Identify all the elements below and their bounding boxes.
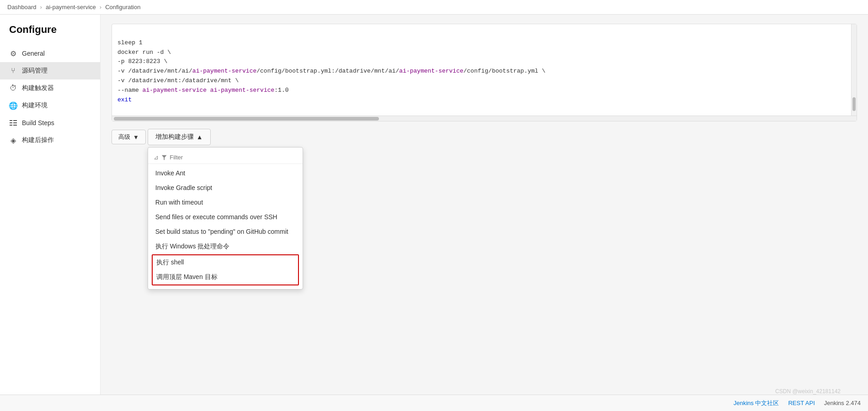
breadcrumb-dashboard[interactable]: Dashboard [7,4,37,11]
post-icon: ◈ [9,136,17,144]
highlighted-items-box: 执行 shell 调用顶层 Maven 目标 [152,254,299,285]
advanced-label: 高级 [118,133,130,141]
dropdown-menu: ⊿ Invoke Ant Invoke Gradle script Run wi… [148,147,303,290]
footer-bar: Jenkins 中文社区 REST API Jenkins 2.474 [0,395,868,411]
breadcrumb-config: Configuration [105,4,140,11]
svg-rect-0 [10,120,12,121]
breadcrumb: Dashboard › ai-payment-service › Configu… [0,0,868,15]
add-build-step-button[interactable]: 增加构建步骤 ▲ [148,129,211,145]
sidebar-item-label: Build Steps [22,119,54,126]
vert-thumb[interactable] [852,97,856,111]
rest-api-link[interactable]: REST API [788,400,815,406]
sidebar-item-label: 构建环境 [22,101,48,110]
sidebar-item-env[interactable]: 🌐 构建环境 [0,97,100,114]
sidebar: Configure ⚙ General ⑂ 源码管理 ⏱ 构建触发器 🌐 构建环… [0,15,101,409]
chevron-down-icon: ▼ [133,134,139,141]
breadcrumb-sep-1: › [40,4,42,11]
horizontal-scrollbar[interactable] [112,116,857,121]
dropdown-item-windows-batch[interactable]: 执行 Windows 批处理命令 [148,239,303,254]
svg-rect-1 [10,122,12,123]
sidebar-item-buildsteps[interactable]: Build Steps [0,114,100,132]
dropdown-filter: ⊿ [148,151,303,164]
sidebar-title: Configure [0,24,100,45]
funnel-icon [161,154,167,161]
dropdown-item-github-status[interactable]: Set build status to "pending" on GitHub … [148,224,303,239]
gear-icon: ⚙ [9,49,17,58]
svg-rect-5 [13,125,17,126]
breadcrumb-service[interactable]: ai-payment-service [46,4,96,11]
jenkins-community-link[interactable]: Jenkins 中文社区 [734,399,779,407]
dropdown-item-gradle[interactable]: Invoke Gradle script [148,180,303,195]
chevron-up-icon: ▲ [197,133,203,141]
sidebar-item-source[interactable]: ⑂ 源码管理 [0,62,100,79]
code-content[interactable]: sleep 1 docker run -d \ -p 8223:8223 \ -… [112,24,857,116]
sidebar-item-label: 源码管理 [22,67,48,75]
vertical-scrollbar[interactable] [851,24,857,116]
dropdown-item-maven[interactable]: 调用顶层 Maven 目标 [153,270,298,285]
sidebar-item-label: General [22,50,45,57]
source-icon: ⑂ [9,67,17,75]
dropdown-item-shell[interactable]: 执行 shell [153,255,298,270]
add-step-label: 增加构建步骤 [155,133,194,141]
timer-icon: ⏱ [9,84,17,92]
advanced-button[interactable]: 高级 ▼ [112,130,146,144]
sidebar-item-general[interactable]: ⚙ General [0,45,100,62]
dropdown-item-invoke-ant[interactable]: Invoke Ant [148,166,303,180]
scrollbar-thumb[interactable] [114,117,379,121]
svg-rect-2 [10,125,12,126]
svg-marker-6 [162,155,167,160]
filter-input[interactable] [170,154,297,161]
code-editor[interactable]: sleep 1 docker run -d \ -p 8223:8223 \ -… [112,24,857,121]
sidebar-item-triggers[interactable]: ⏱ 构建触发器 [0,79,100,97]
dropdown-item-ssh[interactable]: Send files or execute commands over SSH [148,210,303,224]
filter-icon: ⊿ [154,154,159,161]
svg-rect-3 [13,120,17,121]
sidebar-item-post[interactable]: ◈ 构建后操作 [0,132,100,149]
steps-icon [9,119,17,127]
sidebar-item-label: 构建后操作 [22,136,54,144]
sidebar-item-label: 构建触发器 [22,84,54,92]
svg-rect-4 [13,122,17,123]
breadcrumb-sep-2: › [100,4,101,11]
globe-icon: 🌐 [9,101,17,110]
dropdown-item-timeout[interactable]: Run with timeout [148,195,303,210]
watermark: CSDN @weixin_42181142 [775,388,841,395]
jenkins-version: Jenkins 2.474 [824,400,861,406]
main-content: sleep 1 docker run -d \ -p 8223:8223 \ -… [101,15,868,409]
